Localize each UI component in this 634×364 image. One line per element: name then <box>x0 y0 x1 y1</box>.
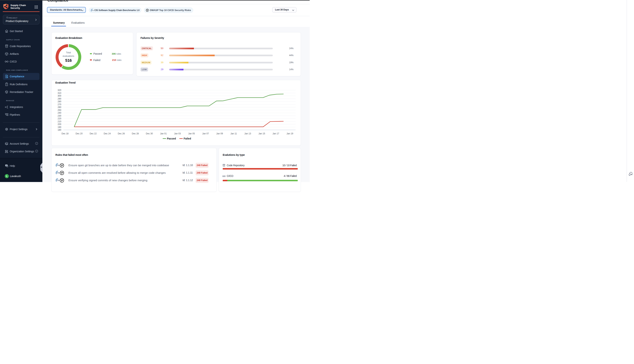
svg-text:Dec 28: Dec 28 <box>132 132 139 135</box>
svg-text:?: ? <box>6 164 7 166</box>
svg-text:220: 220 <box>58 117 61 120</box>
svg-text:Jan 03: Jan 03 <box>174 132 181 135</box>
svg-text:Jan 11: Jan 11 <box>230 132 237 135</box>
svg-text:Dec 20: Dec 20 <box>76 132 83 135</box>
svg-text:200: 200 <box>58 123 61 126</box>
svg-text:Jan 15: Jan 15 <box>258 132 265 135</box>
svg-text:230: 230 <box>58 114 61 117</box>
svg-text:Passed: Passed <box>167 137 176 140</box>
svg-text:CIS: CIS <box>57 164 60 166</box>
svg-text:300: 300 <box>58 94 61 97</box>
svg-text:CIS: CIS <box>57 172 60 174</box>
svg-text:Jan 09: Jan 09 <box>216 132 223 135</box>
svg-text:270: 270 <box>58 103 61 106</box>
svg-text:210: 210 <box>58 120 61 123</box>
svg-text:250: 250 <box>58 109 61 112</box>
svg-text:Dec 18: Dec 18 <box>62 132 68 135</box>
svg-text:Failed: Failed <box>184 137 191 140</box>
svg-text:CIS: CIS <box>92 10 94 11</box>
svg-text:320: 320 <box>58 89 61 92</box>
svg-text:290: 290 <box>58 98 61 100</box>
svg-text:280: 280 <box>58 100 61 103</box>
svg-text:Jan 05: Jan 05 <box>188 132 195 135</box>
svg-text:Dec 24: Dec 24 <box>104 132 111 135</box>
svg-text:190: 190 <box>58 126 61 128</box>
svg-text:CIS: CIS <box>57 180 60 181</box>
svg-text:240: 240 <box>58 112 61 114</box>
svg-text:Jan 01: Jan 01 <box>160 132 167 135</box>
svg-text:310: 310 <box>58 92 61 94</box>
svg-text:Jan 19: Jan 19 <box>286 132 293 135</box>
svg-text:Dec 26: Dec 26 <box>118 132 125 135</box>
svg-text:Jan 13: Jan 13 <box>244 132 251 135</box>
svg-text:Jan 07: Jan 07 <box>202 132 209 135</box>
svg-text:260: 260 <box>58 106 61 108</box>
svg-text:180: 180 <box>58 129 61 131</box>
svg-text:Dec 30: Dec 30 <box>146 132 153 135</box>
svg-text:Jan 17: Jan 17 <box>272 132 279 135</box>
svg-text:Dec 22: Dec 22 <box>90 132 97 135</box>
